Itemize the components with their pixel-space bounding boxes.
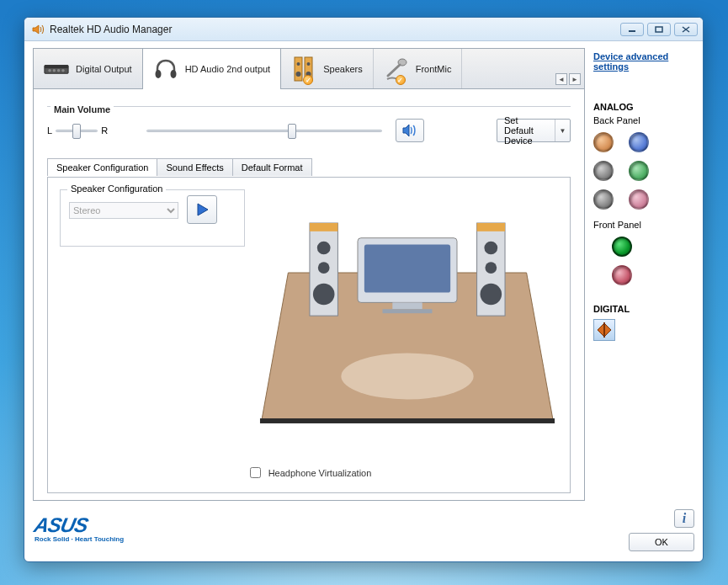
svg-rect-0 <box>629 30 635 32</box>
svg-point-33 <box>484 242 497 255</box>
jack-back-green[interactable] <box>629 161 649 181</box>
titlebar: Realtek HD Audio Manager <box>24 18 703 41</box>
jack-back-grey1[interactable] <box>593 161 614 181</box>
window-title: Realtek HD Audio Manager <box>50 24 620 35</box>
side-panel: ANALOG Back Panel Front Panel DIGITAL <box>593 95 694 501</box>
svg-rect-23 <box>364 245 450 293</box>
back-panel-jacks <box>593 132 669 210</box>
headphone-virtualization-checkbox[interactable]: Headphone Virtualization <box>48 465 570 481</box>
svg-point-12 <box>297 62 300 66</box>
svg-point-29 <box>318 262 330 274</box>
tab-label: Speakers <box>323 64 362 74</box>
tab-hd-audio-2nd-output[interactable]: HD Audio 2nd output <box>142 48 282 89</box>
speaker-stage <box>258 186 556 459</box>
main-volume-group: Main Volume L R <box>47 106 571 142</box>
svg-point-13 <box>296 72 301 77</box>
svg-point-30 <box>313 284 335 306</box>
svg-rect-20 <box>260 418 555 423</box>
sub-tab-bar: Speaker Configuration Sound Effects Defa… <box>47 158 571 176</box>
main-volume-label: Main Volume <box>50 104 114 114</box>
jack-back-grey2[interactable] <box>593 189 614 210</box>
analog-heading: ANALOG <box>593 102 694 112</box>
set-default-device-dropdown[interactable]: Set Default Device ▼ <box>497 119 571 142</box>
tab-frontmic[interactable]: ✓ FrontMic <box>374 49 463 88</box>
jack-back-pink[interactable] <box>629 189 649 210</box>
svg-point-5 <box>53 69 56 72</box>
svg-point-34 <box>485 262 497 274</box>
brand-tagline: Rock Solid · Heart Touching <box>35 535 124 543</box>
tab-label: HD Audio 2nd output <box>185 64 271 74</box>
svg-rect-1 <box>656 27 662 32</box>
svg-point-7 <box>61 69 65 72</box>
device-advanced-settings-link[interactable]: Device advanced settings <box>593 51 694 72</box>
minimize-button[interactable] <box>620 23 644 36</box>
app-window: Realtek HD Audio Manager <box>24 17 704 562</box>
speaker-config-select[interactable]: Stereo <box>69 202 178 219</box>
mute-button[interactable] <box>396 119 424 142</box>
jack-front-pink[interactable] <box>612 265 632 285</box>
svg-rect-32 <box>477 223 505 231</box>
tab-speaker-configuration[interactable]: Speaker Configuration <box>47 158 157 176</box>
back-panel-label: Back Panel <box>593 115 694 125</box>
headphones-icon <box>153 56 178 82</box>
jack-front-green[interactable] <box>612 237 632 257</box>
svg-point-4 <box>48 69 51 72</box>
svg-point-14 <box>307 62 311 66</box>
jack-back-blue[interactable] <box>629 132 649 152</box>
jack-back-orange[interactable] <box>593 132 614 152</box>
ok-label: OK <box>655 537 668 547</box>
front-panel-jacks <box>612 237 694 285</box>
balance-slider[interactable] <box>56 123 98 138</box>
maximize-button[interactable] <box>647 23 671 36</box>
headphone-virtualization-label: Headphone Virtualization <box>268 468 372 478</box>
footer: ASUS Rock Solid · Heart Touching i OK <box>33 506 694 553</box>
svg-rect-27 <box>310 223 337 231</box>
svg-rect-24 <box>392 302 422 309</box>
svg-point-35 <box>481 284 502 306</box>
speaker-app-icon <box>31 23 45 36</box>
svg-point-28 <box>317 242 331 255</box>
speaker-configuration-panel: Speaker Configuration Stereo <box>47 177 571 493</box>
balance-right-label: R <box>101 125 108 136</box>
default-badge-icon: ✓ <box>396 75 406 85</box>
svg-point-9 <box>170 70 176 78</box>
svg-rect-36 <box>603 322 605 338</box>
close-button[interactable] <box>674 23 698 36</box>
svg-rect-10 <box>295 57 302 81</box>
tab-speakers[interactable]: ✓ Speakers <box>281 49 373 88</box>
default-device-label: Set Default Device <box>497 115 555 146</box>
client-area: Digital Output HD Audio 2nd output <box>33 48 694 553</box>
play-icon <box>194 202 210 217</box>
main-panel: Main Volume L R <box>33 88 585 501</box>
info-button[interactable]: i <box>674 509 694 528</box>
ok-button[interactable]: OK <box>629 533 694 551</box>
asus-logo: ASUS Rock Solid · Heart Touching <box>35 516 124 543</box>
brand-name: ASUS <box>33 516 126 534</box>
device-tab-bar: Digital Output HD Audio 2nd output <box>33 48 585 88</box>
tab-default-format[interactable]: Default Format <box>232 158 312 176</box>
svg-rect-25 <box>383 309 433 313</box>
window-controls <box>620 23 699 36</box>
volume-slider[interactable] <box>146 123 382 138</box>
svg-point-8 <box>155 70 161 78</box>
tab-scroll-right[interactable]: ► <box>569 73 581 85</box>
tab-scroll: ◄ ► <box>555 49 584 88</box>
digital-heading: DIGITAL <box>593 304 694 314</box>
svg-marker-17 <box>198 204 208 215</box>
tab-sound-effects[interactable]: Sound Effects <box>157 158 232 176</box>
digital-output-jack[interactable] <box>593 319 615 341</box>
tab-label: Digital Output <box>76 64 132 74</box>
svg-rect-3 <box>45 65 68 68</box>
tab-digital-output[interactable]: Digital Output <box>34 49 143 88</box>
balance-left-label: L <box>47 125 52 136</box>
front-panel-label: Front Panel <box>593 220 694 230</box>
tab-label: FrontMic <box>416 64 452 74</box>
speaker-config-label: Speaker Configuration <box>67 183 166 194</box>
tab-scroll-left[interactable]: ◄ <box>555 73 567 85</box>
chevron-down-icon: ▼ <box>555 120 570 141</box>
headphone-virtualization-input[interactable] <box>250 467 261 478</box>
default-badge-icon: ✓ <box>303 75 313 85</box>
svg-point-6 <box>57 69 61 72</box>
balance-control: L R <box>47 123 108 138</box>
play-button[interactable] <box>187 195 217 224</box>
